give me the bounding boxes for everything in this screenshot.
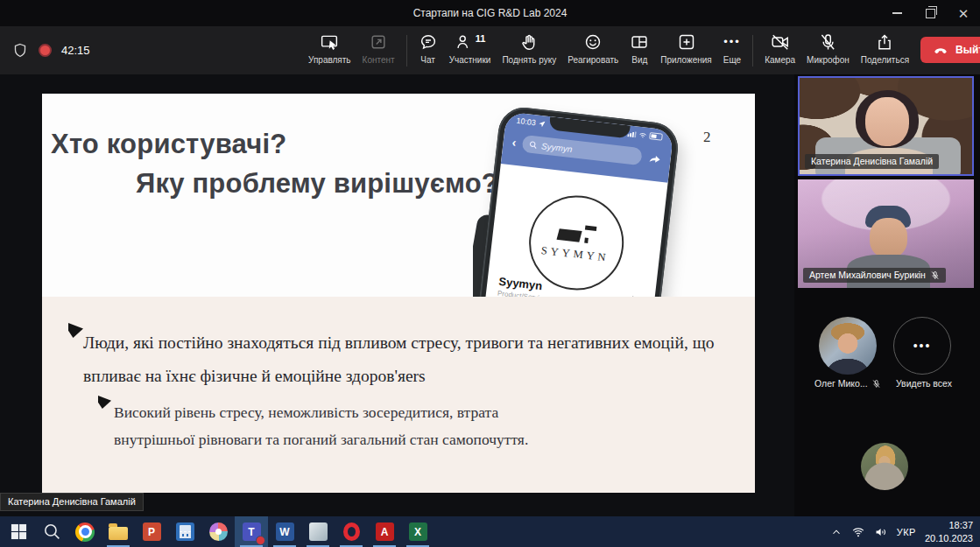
meeting-timer: 42:15 xyxy=(61,44,90,57)
manage-screen-icon xyxy=(320,32,339,52)
camera-button[interactable]: Камера xyxy=(765,32,795,65)
raise-hand-icon xyxy=(519,32,539,52)
tray-speaker-icon[interactable] xyxy=(874,526,888,538)
chat-bubble-icon xyxy=(419,32,438,52)
raise-hand-button[interactable]: Поднять руку xyxy=(502,32,556,65)
tray-wifi-icon[interactable] xyxy=(851,526,865,538)
smiley-icon xyxy=(583,32,603,52)
phone-body: 10:03 ‹ xyxy=(473,105,680,297)
taskbar-calculator[interactable] xyxy=(168,516,201,547)
participants-button[interactable]: 11 Участники xyxy=(449,32,491,65)
taskbar-teams[interactable] xyxy=(235,516,268,547)
logo-marks-icon xyxy=(557,222,597,244)
participants-sidebar: Катерина Денисівна Гамалій Артем Михайло… xyxy=(794,74,980,516)
window-title: Стартапи на CIG R&D Lab 2024 xyxy=(0,0,980,26)
taskbar-word[interactable] xyxy=(268,516,301,547)
restore-icon xyxy=(926,9,935,18)
phone-screen: 10:03 ‹ xyxy=(473,111,673,297)
phone-handset-icon xyxy=(933,44,948,56)
minimize-button[interactable] xyxy=(880,0,913,26)
mic-muted-icon xyxy=(871,379,881,389)
avatar-oleg[interactable] xyxy=(819,317,877,375)
windows-taskbar: УКР 18:37 20.10.2023 xyxy=(0,516,980,547)
ellipsis-icon: ••• xyxy=(913,339,932,353)
share-button[interactable]: Поделиться xyxy=(861,32,909,65)
react-button[interactable]: Реагировать xyxy=(568,32,618,65)
phone-mockup: 10:03 ‹ xyxy=(473,101,708,297)
camera-off-icon xyxy=(771,32,790,52)
view-button[interactable]: Вид xyxy=(630,32,649,65)
back-chevron-icon[interactable]: ‹ xyxy=(511,136,517,148)
language-indicator[interactable]: УКР xyxy=(897,527,916,537)
window-titlebar: Стартапи на CIG R&D Lab 2024 ✕ xyxy=(0,0,980,26)
taskbar-excel[interactable] xyxy=(401,516,434,547)
excel-icon xyxy=(409,522,427,541)
windows-logo-icon xyxy=(11,523,27,540)
participants-count-badge: 11 xyxy=(476,34,486,44)
recording-indicator-icon[interactable] xyxy=(39,44,52,57)
wifi-icon xyxy=(638,131,647,138)
start-button[interactable] xyxy=(2,516,35,547)
taskbar-paint3d[interactable] xyxy=(201,516,235,547)
location-arrow-icon xyxy=(538,120,545,127)
chrome-icon xyxy=(75,522,95,542)
view-grid-icon xyxy=(630,32,649,52)
see-all-label[interactable]: Увидеть всех xyxy=(896,378,952,389)
participant-name-label: Катерина Денисівна Гамалій xyxy=(805,154,939,169)
phone-search-field[interactable]: Syymyn xyxy=(521,135,643,165)
taskbar-acrobat[interactable] xyxy=(368,516,401,547)
slide-title-line2: Яку проблему вирішуємо? xyxy=(136,165,498,204)
slide-bullet-2: Високий рівень стресу, неможливість зосе… xyxy=(114,399,529,453)
avatar-oleg-label: Олег Мико... xyxy=(814,378,881,389)
logo-text: SYYMYN xyxy=(540,244,610,265)
share-arrow-icon[interactable] xyxy=(647,151,662,165)
taskbar-time: 18:37 xyxy=(925,519,973,531)
video-tile-katerina[interactable]: Катерина Денисівна Гамалій xyxy=(798,76,974,176)
meeting-toolbar: 42:15 Управлять Контент Чат 11 Участники… xyxy=(0,26,980,74)
manage-button[interactable]: Управлять xyxy=(308,32,351,65)
taskbar-search-button[interactable] xyxy=(35,516,68,547)
leave-button[interactable]: Выйти xyxy=(920,37,980,63)
slide-bullet-1: Люди, які постійно знаходяться під вплив… xyxy=(83,326,742,393)
folder-icon xyxy=(109,527,128,540)
apps-button[interactable]: Приложения xyxy=(660,32,712,65)
video-tile-artem[interactable]: Артем Михайлович Бурикін xyxy=(798,179,974,288)
paint-palette-icon xyxy=(209,522,228,541)
participant-photo xyxy=(865,97,909,146)
calculator-icon xyxy=(176,522,194,541)
acrobat-icon xyxy=(376,522,394,541)
security-shield-icon[interactable] xyxy=(11,42,29,60)
more-button[interactable]: ••• Еще xyxy=(723,32,741,65)
mic-muted-icon xyxy=(930,270,940,280)
close-button[interactable]: ✕ xyxy=(947,0,980,26)
taskbar-clock[interactable]: 18:37 20.10.2023 xyxy=(925,519,973,544)
search-icon xyxy=(43,522,61,541)
see-all-button[interactable]: ••• xyxy=(893,317,951,375)
minimize-icon xyxy=(892,12,902,14)
microphone-button[interactable]: Микрофон xyxy=(807,32,850,65)
word-icon xyxy=(276,522,294,541)
presenter-name-label: Катерина Денисівна Гамалій xyxy=(0,493,144,511)
taskbar-app[interactable] xyxy=(301,516,335,547)
chat-button[interactable]: Чат xyxy=(419,32,438,65)
thumbs-up-icon[interactable] xyxy=(625,292,641,297)
presentation-slide: Хто користувачі? Яку проблему вирішуємо?… xyxy=(42,94,755,493)
tray-chevron-up-icon[interactable] xyxy=(830,526,843,538)
opera-icon xyxy=(343,522,360,541)
slide-title: Хто користувачі? Яку проблему вирішуємо? xyxy=(51,125,498,204)
content-button: Контент xyxy=(363,32,395,65)
avatar-participant[interactable] xyxy=(861,443,908,490)
participant-photo xyxy=(870,218,907,258)
taskbar-file-explorer[interactable] xyxy=(102,516,135,547)
taskbar-opera[interactable] xyxy=(335,516,368,547)
toolbar-divider xyxy=(406,35,407,67)
microphone-off-icon xyxy=(818,32,837,52)
search-icon xyxy=(529,140,538,149)
slide-title-line1: Хто користувачі? xyxy=(51,129,286,159)
taskbar-chrome[interactable] xyxy=(68,516,102,547)
taskbar-powerpoint[interactable] xyxy=(135,516,168,547)
toolbar-divider xyxy=(752,35,753,67)
share-up-icon xyxy=(875,32,894,52)
close-icon: ✕ xyxy=(958,7,969,20)
restore-button[interactable] xyxy=(913,0,947,26)
